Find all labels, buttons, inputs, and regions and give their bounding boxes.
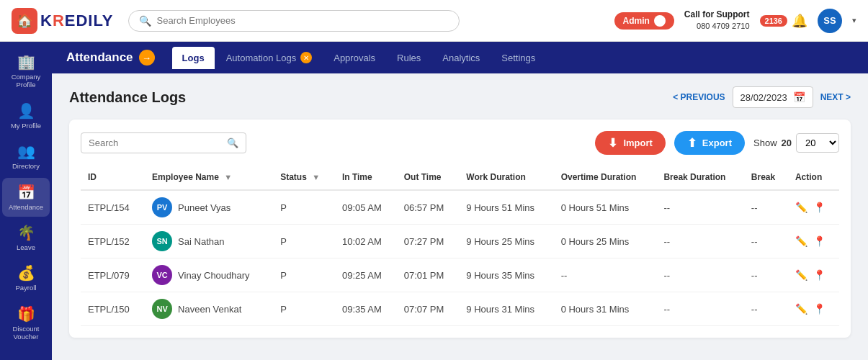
location-icon[interactable]: 📍 xyxy=(813,202,826,213)
bell-icon[interactable]: 🔔 xyxy=(792,13,807,29)
discount-voucher-icon: 🎁 xyxy=(17,305,35,323)
tab-logs-label: Logs xyxy=(182,53,205,63)
cell-id: ETPL/152 xyxy=(81,225,145,258)
tab-approvals[interactable]: Approvals xyxy=(323,47,385,69)
table-row: ETPL/150 NV Naveen Venkat P 09:35 AM 07:… xyxy=(81,292,839,326)
home-icon[interactable]: 🏠 xyxy=(12,8,37,34)
table-section: 🔍 ⬇ Import ⬆ Export Show 20 xyxy=(69,120,851,338)
page-body: Attendance Logs < PREVIOUS 28/02/2023 📅 … xyxy=(52,73,868,360)
edit-icon[interactable]: ✏️ xyxy=(795,235,807,247)
show-dropdown[interactable]: 20 50 100 xyxy=(796,133,839,153)
employee-name: Naveen Venkat xyxy=(178,304,241,315)
table-search-wrap[interactable]: 🔍 xyxy=(81,132,246,153)
tab-automation-logs[interactable]: Automation Logs ✕ xyxy=(216,46,323,69)
cell-status: P xyxy=(273,190,335,225)
col-action: Action xyxy=(788,165,839,190)
cell-employee-name: VC Vinay Choudhary xyxy=(145,258,273,292)
sidebar-item-leave[interactable]: 🌴 Leave xyxy=(2,218,50,257)
cell-out-time: 07:07 PM xyxy=(397,292,460,326)
sidebar-item-payroll[interactable]: 💰 Payroll xyxy=(2,258,50,297)
col-in-time: In Time xyxy=(335,165,397,190)
admin-toggle[interactable]: Admin xyxy=(614,12,674,30)
cell-out-time: 07:27 PM xyxy=(397,225,460,258)
attendance-info-icon[interactable]: → xyxy=(139,50,155,66)
date-picker[interactable]: 28/02/2023 📅 xyxy=(733,86,813,108)
date-value: 28/02/2023 xyxy=(741,92,787,103)
edit-icon[interactable]: ✏️ xyxy=(795,202,807,213)
previous-button[interactable]: < PREVIOUS xyxy=(673,92,725,102)
cell-break: -- xyxy=(744,190,788,225)
cell-break: -- xyxy=(744,258,788,292)
table-row: ETPL/154 PV Puneet Vyas P 09:05 AM 06:57… xyxy=(81,190,839,225)
cell-employee-name: NV Naveen Venkat xyxy=(145,292,273,326)
location-icon[interactable]: 📍 xyxy=(813,235,826,247)
cell-in-time: 09:25 AM xyxy=(335,258,397,292)
cell-id: ETPL/079 xyxy=(81,258,145,292)
next-button[interactable]: NEXT > xyxy=(820,92,851,102)
tab-rules[interactable]: Rules xyxy=(387,47,431,69)
sidebar-item-discount-voucher[interactable]: 🎁 Discount Voucher xyxy=(2,300,50,347)
leave-icon: 🌴 xyxy=(17,224,35,241)
cell-in-time: 09:05 AM xyxy=(335,190,397,225)
sub-nav: Attendance → Logs Automation Logs ✕ Appr… xyxy=(52,42,868,73)
edit-icon[interactable]: ✏️ xyxy=(795,269,807,281)
search-icon: 🔍 xyxy=(139,15,151,27)
col-out-time: Out Time xyxy=(397,165,460,190)
cell-id: ETPL/150 xyxy=(81,292,145,326)
attendance-icon: 📅 xyxy=(17,184,35,201)
col-employee-name: Employee Name ▼ xyxy=(145,165,273,190)
table-row: ETPL/152 SN Sai Nathan P 10:02 AM 07:27 … xyxy=(81,225,839,258)
search-input[interactable] xyxy=(157,15,449,26)
date-navigation: < PREVIOUS 28/02/2023 📅 NEXT > xyxy=(673,86,851,108)
employee-search-bar[interactable]: 🔍 xyxy=(128,10,460,32)
notification-badge[interactable]: 2136 xyxy=(760,15,787,27)
cell-in-time: 09:35 AM xyxy=(335,292,397,326)
tab-automation-logs-label: Automation Logs xyxy=(226,53,297,63)
export-button[interactable]: ⬆ Export xyxy=(674,131,745,155)
show-value: 20 xyxy=(782,138,792,148)
filter-icon[interactable]: ▼ xyxy=(224,173,232,181)
calendar-icon: 📅 xyxy=(793,91,805,103)
sub-nav-tabs: Logs Automation Logs ✕ Approvals Rules A… xyxy=(172,46,546,69)
tab-analytics[interactable]: Analytics xyxy=(432,47,490,69)
tab-logs[interactable]: Logs xyxy=(172,47,215,69)
import-icon: ⬇ xyxy=(608,136,617,150)
sidebar-item-directory[interactable]: 👥 Directory xyxy=(2,137,50,176)
tab-analytics-label: Analytics xyxy=(442,53,480,63)
cell-break-duration: -- xyxy=(656,292,743,326)
col-work-duration: Work Duration xyxy=(459,165,553,190)
close-icon[interactable]: ✕ xyxy=(300,52,312,63)
tab-settings-label: Settings xyxy=(501,53,535,63)
cell-work-duration: 9 Hours 31 Mins xyxy=(459,292,553,326)
table-toolbar: 🔍 ⬇ Import ⬆ Export Show 20 xyxy=(81,131,839,155)
sidebar-item-my-profile[interactable]: 👤 My Profile xyxy=(2,96,50,135)
edit-icon[interactable]: ✏️ xyxy=(795,303,807,315)
cell-break-duration: -- xyxy=(656,225,743,258)
sidebar-label-my-profile: My Profile xyxy=(11,122,41,130)
cell-status: P xyxy=(273,225,335,258)
location-icon[interactable]: 📍 xyxy=(813,303,826,315)
employee-name: Sai Nathan xyxy=(178,236,224,247)
logo-text: KREDILY xyxy=(40,12,114,30)
support-label: Call for Support xyxy=(684,9,750,21)
status-filter-icon[interactable]: ▼ xyxy=(312,173,320,181)
cell-employee-name: PV Puneet Vyas xyxy=(145,190,273,225)
cell-status: P xyxy=(273,292,335,326)
cell-overtime-duration: 0 Hours 31 Mins xyxy=(554,292,657,326)
import-button[interactable]: ⬇ Import xyxy=(595,131,665,155)
sidebar-item-company-profile[interactable]: 🏢 Company Profile xyxy=(2,48,50,95)
cell-out-time: 07:01 PM xyxy=(397,258,460,292)
cell-overtime-duration: 0 Hours 51 Mins xyxy=(554,190,657,225)
avatar: PV xyxy=(152,197,172,217)
location-icon[interactable]: 📍 xyxy=(813,269,826,281)
sidebar-item-attendance[interactable]: 📅 Attendance xyxy=(2,178,50,217)
avatar[interactable]: SS xyxy=(818,9,842,33)
chevron-down-icon[interactable]: ▾ xyxy=(852,16,856,25)
table-search-input[interactable] xyxy=(89,138,223,148)
cell-action: ✏️ 📍 xyxy=(788,225,839,258)
tab-settings[interactable]: Settings xyxy=(491,47,545,69)
cell-action: ✏️ 📍 xyxy=(788,292,839,326)
page-title: Attendance Logs xyxy=(69,89,186,106)
cell-status: P xyxy=(273,258,335,292)
cell-overtime-duration: -- xyxy=(554,258,657,292)
